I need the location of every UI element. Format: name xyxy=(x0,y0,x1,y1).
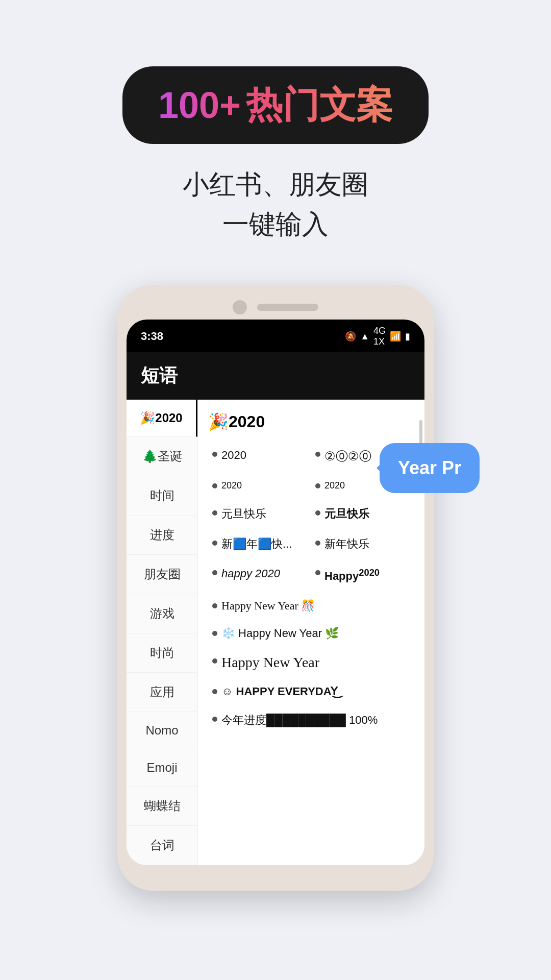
phone-mockup: 3:38 🔕 ▲ 4G1X 📶 ▮ 短语 🎉2020 🌲圣诞 xyxy=(117,285,434,891)
bullet-icon xyxy=(315,452,320,457)
list-item[interactable]: 2020 xyxy=(208,472,311,499)
bullet-icon xyxy=(212,570,217,575)
app-header: 短语 xyxy=(127,352,424,400)
battery-icon: ▮ xyxy=(405,331,410,342)
wifi-icon: ▲ xyxy=(360,331,369,342)
list-item[interactable]: Happy New Year 🎊 xyxy=(208,592,414,620)
list-item[interactable]: Happy New Year xyxy=(208,647,414,678)
badge-text: 热门文案 xyxy=(246,81,393,130)
app-title: 短语 xyxy=(141,365,178,386)
item-text: 元旦快乐 xyxy=(324,506,410,522)
sidebar-item-fashion[interactable]: 时尚 xyxy=(127,633,197,673)
list-item[interactable]: 新🟦年🟦快... xyxy=(208,529,311,559)
sidebar: 🎉2020 🌲圣诞 时间 进度 朋友圈 游戏 时尚 应用 Nomo Emoji … xyxy=(127,400,198,865)
speech-bubble-text: Year Pr xyxy=(398,457,461,478)
item-text: ☺ HAPPY EVERYDAY͜ xyxy=(221,685,410,698)
sidebar-item-nomo[interactable]: Nomo xyxy=(127,712,197,749)
signal-icon: 📶 xyxy=(390,331,401,342)
badge-number: 100+ xyxy=(158,84,241,126)
bullet-icon xyxy=(212,689,217,694)
sidebar-item-app[interactable]: 应用 xyxy=(127,673,197,712)
bullet-icon xyxy=(212,603,217,608)
status-time: 3:38 xyxy=(141,330,163,343)
bullet-icon xyxy=(212,483,217,488)
list-item[interactable]: 新年快乐 xyxy=(311,529,414,559)
promo-badge-container: 100+ 热门文案 xyxy=(122,66,429,144)
item-text: happy 2020 xyxy=(221,566,307,582)
camera-dot xyxy=(233,300,247,314)
list-item[interactable]: ☺ HAPPY EVERYDAY͜ xyxy=(208,678,414,705)
list-item[interactable]: Happy2020 xyxy=(311,559,414,592)
mute-icon: 🔕 xyxy=(345,331,356,342)
status-icons: 🔕 ▲ 4G1X 📶 ▮ xyxy=(345,326,410,347)
sidebar-item-xmas[interactable]: 🌲圣诞 xyxy=(127,437,197,476)
bullet-icon xyxy=(315,541,320,546)
sidebar-item-progress[interactable]: 进度 xyxy=(127,516,197,555)
sidebar-item-friends[interactable]: 朋友圈 xyxy=(127,555,197,594)
item-text: ❄️ Happy New Year 🌿 xyxy=(221,627,410,640)
bullet-icon xyxy=(315,483,320,488)
bullet-icon xyxy=(212,541,217,546)
bullet-icon xyxy=(212,658,217,664)
phone-shell: 3:38 🔕 ▲ 4G1X 📶 ▮ 短语 🎉2020 🌲圣诞 xyxy=(117,285,434,891)
item-text: 元旦快乐 xyxy=(221,506,307,522)
sidebar-item-game[interactable]: 游戏 xyxy=(127,594,197,633)
bullet-icon xyxy=(212,717,217,722)
list-item[interactable]: 元旦快乐 xyxy=(311,499,414,529)
item-text: Happy New Year 🎊 xyxy=(221,599,410,612)
item-text: 新🟦年🟦快... xyxy=(221,536,307,552)
item-text: Happy New Year xyxy=(221,654,410,671)
bullet-icon xyxy=(212,631,217,636)
sidebar-item-2020[interactable]: 🎉2020 xyxy=(127,400,197,437)
subtitle: 小红书、朋友圈 一键输入 xyxy=(183,164,368,244)
item-text: Happy2020 xyxy=(324,566,410,584)
phone-top xyxy=(127,300,424,314)
list-item[interactable]: ❄️ Happy New Year 🌿 xyxy=(208,620,414,647)
promo-badge: 100+ 热门文案 xyxy=(122,66,429,144)
list-item[interactable]: 2020 xyxy=(208,440,311,472)
bullet-icon xyxy=(212,510,217,516)
item-text: 新年快乐 xyxy=(324,536,410,552)
bullet-icon xyxy=(315,570,320,575)
section-title: 🎉2020 xyxy=(208,412,414,431)
speech-bubble: Year Pr xyxy=(380,443,480,493)
sidebar-item-lines[interactable]: 台词 xyxy=(127,826,197,865)
bullet-icon xyxy=(212,452,217,457)
item-text: 2020 xyxy=(221,448,307,463)
status-bar: 3:38 🔕 ▲ 4G1X 📶 ▮ xyxy=(127,320,424,352)
sidebar-item-butterfly[interactable]: 蝴蝶结 xyxy=(127,787,197,826)
phone-screen: 3:38 🔕 ▲ 4G1X 📶 ▮ 短语 🎉2020 🌲圣诞 xyxy=(127,320,424,865)
network-label: 4G1X xyxy=(373,326,386,347)
list-item[interactable]: 今年进度██████████ 100% xyxy=(208,705,414,735)
sidebar-item-emoji[interactable]: Emoji xyxy=(127,749,197,787)
phone-speaker xyxy=(257,304,318,311)
subtitle-line1: 小红书、朋友圈 xyxy=(183,164,368,204)
list-item[interactable]: happy 2020 xyxy=(208,559,311,592)
item-text: 2020 xyxy=(221,479,307,492)
item-text: 今年进度██████████ 100% xyxy=(221,713,410,728)
list-item[interactable]: 元旦快乐 xyxy=(208,499,311,529)
sidebar-item-time[interactable]: 时间 xyxy=(127,476,197,516)
subtitle-line2: 一键输入 xyxy=(183,204,368,244)
bullet-icon xyxy=(315,510,320,516)
